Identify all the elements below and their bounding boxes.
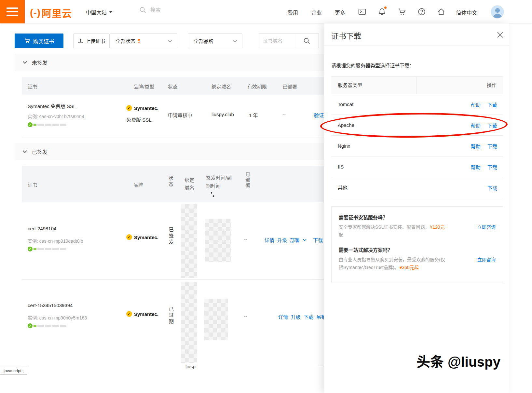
brand-name: Symantec. [134, 105, 158, 111]
consult-link[interactable]: 立即咨询 [477, 224, 496, 230]
nav-item-more[interactable]: 更多 [335, 8, 345, 16]
hamburger-menu-icon[interactable] [0, 0, 25, 23]
service-promo-box: 需要证书安装服务吗？ 安全专家帮您解决SSL证书安装、配置问题。 ¥120元 立… [331, 206, 503, 282]
buy-certificate-label: 购买证书 [33, 37, 54, 45]
chevron-down-icon [109, 11, 113, 13]
unsigned-table-header: 证书 品牌/类型 状态 绑定域名 有效期限 已部署 [22, 77, 370, 95]
server-type-table-header: 服务器类型 操作 [331, 76, 503, 94]
signed-table-row: cert-2498104 实例: cas-cn-mp919eadt0ib ✓ ✓… [22, 202, 370, 280]
promo-text: 安全专家帮您解决SSL证书安装、配置问题。 [339, 224, 429, 230]
cart-icon[interactable] [398, 7, 406, 16]
brand-filter-label: 全部品牌 [194, 37, 213, 44]
check-icon: ✓ [28, 122, 33, 127]
language-selector[interactable]: 简体中文 [456, 8, 477, 16]
download-link[interactable]: 下载 [487, 101, 497, 108]
cert-status: 已签发 [168, 227, 174, 246]
cert-name[interactable]: cert-1534515039394 [28, 303, 73, 308]
divider [484, 144, 484, 148]
server-type-label: IIS [338, 156, 344, 177]
divider [484, 102, 484, 107]
symantec-check-icon: ✓ [126, 234, 132, 240]
section-unsigned[interactable]: 未签发 [15, 54, 324, 71]
divider [484, 165, 484, 169]
detail-link[interactable]: 详情 [278, 313, 288, 320]
download-link[interactable]: 下载 [487, 164, 497, 170]
section-unsigned-title: 未签发 [32, 59, 48, 66]
cart-icon [24, 38, 30, 44]
promo-title-install: 需要证书安装服务吗？ [339, 214, 496, 221]
nav-item-billing[interactable]: 费用 [288, 8, 298, 16]
row-actions: 详情 升级 下载 吊销 [278, 313, 326, 320]
upload-certificate-button[interactable]: 上传证书 [73, 34, 110, 48]
server-type-label: Tomcat [338, 94, 353, 115]
promo-text: 限Symantec/GeoTrust品牌)。 [339, 264, 399, 270]
server-row-apache: Apache 帮助 下载 [331, 115, 503, 136]
signed-table-header: 证书 品牌 状态 绑定域名 签发时间/到期时间 已部署 [22, 166, 370, 202]
detail-link[interactable]: 详情 [265, 237, 274, 243]
download-link[interactable]: 下载 [487, 143, 497, 150]
top-nav: (-) 阿里云 中国大陆 费用 企业 更多 简体中文 [0, 0, 532, 23]
col-server-type: 服务器类型 [338, 77, 362, 94]
download-link[interactable]: 下载 [487, 122, 497, 129]
cert-name[interactable]: cert-2498104 [28, 226, 56, 231]
col-time: 签发时间/到期时间 [206, 174, 235, 190]
server-type-label: Nginx [338, 136, 350, 156]
download-link[interactable]: 下载 [313, 237, 323, 243]
chevron-down-icon [233, 39, 238, 43]
help-link[interactable]: 帮助 [471, 164, 481, 170]
upgrade-link[interactable]: 升级 [291, 313, 301, 320]
promo-text: 由专业人员指导您从购买到安装，最受欢迎的服务(仅 [339, 256, 445, 263]
chevron-down-icon [168, 39, 172, 43]
divider [484, 123, 484, 128]
cert-instance: 实例: cas-cn-v0h1b7ts82m4 [28, 113, 84, 119]
brand-name: Symantec. [134, 235, 158, 240]
close-icon[interactable] [497, 31, 504, 38]
search-input[interactable] [150, 7, 209, 13]
symantec-check-icon: ✓ [126, 105, 132, 111]
verify-link[interactable]: 验证 [314, 112, 324, 118]
domain-search-input[interactable] [259, 34, 295, 48]
aliyun-logo[interactable]: (-) 阿里云 [30, 6, 72, 20]
nav-item-enterprise[interactable]: 企业 [311, 8, 322, 16]
help-question-icon[interactable] [417, 7, 426, 16]
user-avatar[interactable] [491, 5, 504, 19]
help-link[interactable]: 帮助 [471, 122, 481, 129]
col-domain: 绑定域名 [211, 83, 231, 90]
nav-search [139, 7, 209, 14]
search-icon [139, 7, 146, 14]
status-filter-dropdown[interactable]: 全部状态 5 [110, 34, 177, 48]
brand-filter-dropdown[interactable]: 全部品牌 [188, 34, 242, 48]
sort-icon[interactable] [210, 192, 215, 197]
region-selector[interactable]: 中国大陆 [86, 8, 113, 16]
symantec-brand-badge: ✓ Symantec. [126, 105, 158, 111]
consult-link[interactable]: 立即咨询 [477, 256, 496, 263]
download-link[interactable]: 下载 [304, 313, 313, 320]
notification-dot [384, 7, 387, 9]
divider [416, 77, 416, 94]
cert-name[interactable]: Symantec 免费版 SSL [28, 102, 76, 109]
symantec-brand-badge: ✓ Symantec. [126, 311, 158, 317]
home-icon[interactable] [437, 7, 445, 16]
divider [324, 46, 510, 46]
download-link[interactable]: 下载 [487, 184, 497, 191]
aliyun-logo-text: 阿里云 [42, 6, 72, 20]
search-icon [303, 37, 310, 45]
deploy-link[interactable]: 部署 [290, 237, 300, 243]
terminal-icon[interactable] [358, 7, 366, 16]
section-signed[interactable]: 已签发 [15, 143, 324, 160]
help-link[interactable]: 帮助 [471, 143, 481, 150]
section-signed-title: 已签发 [32, 148, 48, 156]
server-row-nginx: Nginx 帮助 下载 [331, 136, 503, 156]
collapse-chevron-icon [22, 61, 27, 64]
browser-status-bar: javascript:; [0, 367, 27, 375]
buy-certificate-button[interactable]: 购买证书 [15, 34, 63, 48]
upgrade-link[interactable]: 升级 [277, 237, 287, 243]
brand-name: Symantec. [134, 311, 158, 317]
chevron-down-icon[interactable] [303, 238, 307, 242]
domain-search-button[interactable] [295, 34, 319, 48]
help-link[interactable]: 帮助 [471, 101, 481, 108]
divider [310, 238, 310, 242]
check-icon: ✓ [28, 323, 33, 328]
col-status: 状态 [168, 83, 178, 90]
check-icon: ✓ [28, 247, 33, 251]
